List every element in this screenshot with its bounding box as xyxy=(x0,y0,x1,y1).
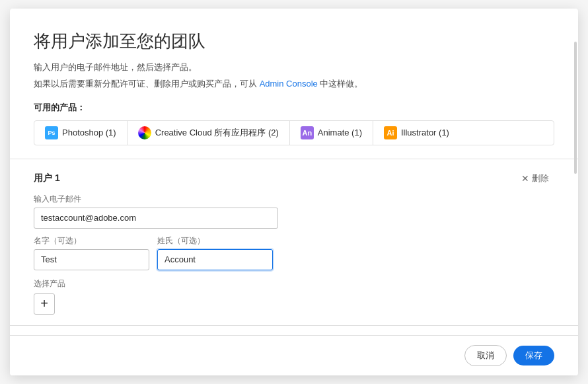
modal-desc-line1: 输入用户的电子邮件地址，然后选择产品。 xyxy=(34,61,554,75)
products-label: 可用的产品： xyxy=(34,102,554,114)
user1-firstname-input[interactable] xyxy=(34,249,149,270)
illustrator-icon: Ai xyxy=(384,126,397,139)
save-button[interactable]: 保存 xyxy=(513,346,554,365)
creative-cloud-label: Creative Cloud 所有应用程序 (2) xyxy=(155,127,279,139)
modal-desc-line2-prefix: 如果以后需要重新分配许可证、删除用户或购买产品，可从 xyxy=(34,79,260,89)
x-icon: ✕ xyxy=(521,173,529,184)
product-creative-cloud[interactable]: Creative Cloud 所有应用程序 (2) xyxy=(128,121,290,145)
user1-firstname-label: 名字（可选） xyxy=(34,235,149,247)
user1-add-product-button[interactable]: + xyxy=(34,293,55,315)
modal-body: 将用户添加至您的团队 输入用户的电子邮件地址，然后选择产品。 如果以后需要重新分… xyxy=(10,9,578,335)
photoshop-icon: Ps xyxy=(45,126,58,139)
product-animate[interactable]: An Animate (1) xyxy=(290,121,373,145)
user1-name-row: 名字（可选） 姓氏（可选） xyxy=(34,235,554,270)
user1-header: 用户 1 ✕ 删除 xyxy=(34,170,554,187)
user1-email-label: 输入电子邮件 xyxy=(34,194,554,205)
user1-lastname-input[interactable] xyxy=(157,249,273,270)
illustrator-label: Illustrator (1) xyxy=(401,128,449,137)
product-photoshop[interactable]: Ps Photoshop (1) xyxy=(34,121,128,145)
modal-title: 将用户添加至您的团队 xyxy=(34,30,554,53)
admin-console-link[interactable]: Admin Console xyxy=(260,79,318,89)
modal-footer: 取消 保存 xyxy=(10,335,578,375)
user2-section: 用户 2 输入电子邮件 xyxy=(34,326,554,335)
add-user-modal: 将用户添加至您的团队 输入用户的电子邮件地址，然后选择产品。 如果以后需要重新分… xyxy=(10,9,578,375)
delete-label: 删除 xyxy=(532,173,549,184)
user1-section: 用户 1 ✕ 删除 输入电子邮件 名字（可选） 姓氏（可选） 选择产品 xyxy=(34,159,554,325)
animate-label: Animate (1) xyxy=(318,128,362,137)
creative-cloud-icon xyxy=(138,126,151,139)
animate-icon: An xyxy=(301,126,314,139)
modal-desc-line2: 如果以后需要重新分配许可证、删除用户或购买产品，可从 Admin Console… xyxy=(34,77,554,91)
user1-delete-button[interactable]: ✕ 删除 xyxy=(516,170,554,187)
modal-desc-line2-suffix: 中这样做。 xyxy=(318,79,363,89)
cancel-button[interactable]: 取消 xyxy=(464,345,507,366)
user1-lastname-label: 姓氏（可选） xyxy=(157,235,273,247)
user1-firstname-field: 名字（可选） xyxy=(34,235,149,270)
user1-select-product-label: 选择产品 xyxy=(34,278,554,289)
user1-email-input[interactable] xyxy=(34,208,278,229)
products-list: Ps Photoshop (1) Creative Cloud 所有应用程序 (… xyxy=(34,120,554,145)
user1-lastname-field: 姓氏（可选） xyxy=(157,235,273,270)
photoshop-label: Photoshop (1) xyxy=(62,128,116,137)
user1-title: 用户 1 xyxy=(34,173,60,184)
scroll-indicator xyxy=(574,42,577,174)
product-illustrator[interactable]: Ai Illustrator (1) xyxy=(373,121,460,145)
